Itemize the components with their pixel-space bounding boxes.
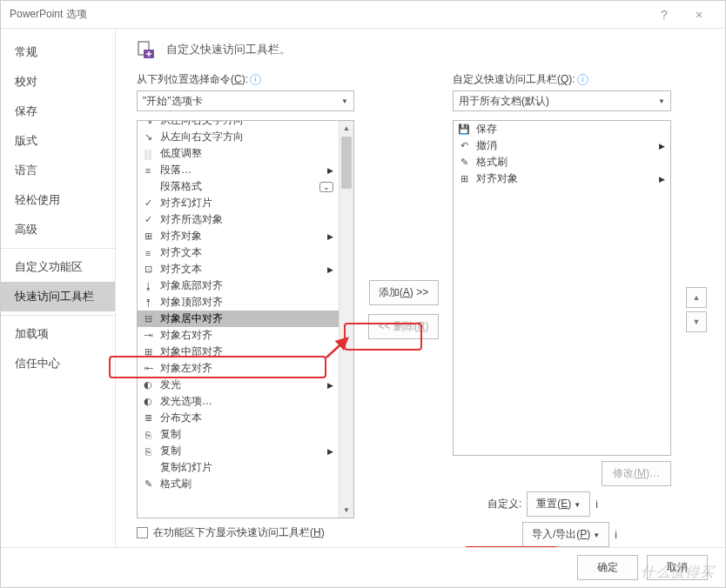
info-icon[interactable]: i	[595, 498, 598, 511]
command-label: 复制	[160, 444, 322, 458]
list-item[interactable]: ↶撤消▶	[454, 137, 670, 154]
list-item[interactable]: ⭲对象右对齐	[138, 327, 339, 344]
add-button[interactable]: 添加(A) >>	[369, 280, 439, 305]
list-item[interactable]: 💾保存	[454, 121, 670, 137]
list-item[interactable]: ◐发光▶	[138, 377, 339, 393]
panel-header: 自定义快速访问工具栏。	[137, 39, 709, 60]
list-item[interactable]: ↘从左向右文字方向	[138, 129, 339, 145]
available-commands-list[interactable]: ↘从左向右文字方向↘从左向右文字方向░低度调整≡段落…▶段落格式⌄✓对齐幻灯片✓…	[137, 120, 354, 518]
list-item[interactable]: 段落格式⌄	[138, 178, 339, 195]
sidebar-item[interactable]: 常规	[1, 37, 115, 67]
info-icon[interactable]: i	[250, 74, 261, 85]
command-icon: ↘	[141, 121, 155, 128]
close-button[interactable]: ×	[682, 8, 716, 22]
command-label: 发光选项…	[160, 394, 335, 409]
customize-label: 自定义:	[487, 497, 521, 511]
command-label: 撤消	[476, 138, 654, 153]
scroll-down-icon[interactable]: ▼	[339, 503, 353, 518]
list-item[interactable]: ⭱对象顶部对齐	[138, 294, 339, 311]
list-item[interactable]: ⭰对象左对齐	[138, 360, 339, 377]
info-icon[interactable]: i	[577, 74, 588, 85]
list-item[interactable]: ⎘复制	[138, 426, 339, 443]
sidebar-item[interactable]: 自定义功能区	[1, 252, 115, 282]
dialog-launcher-icon: ⌄	[319, 182, 333, 192]
scroll-up-icon[interactable]: ▲	[339, 121, 353, 136]
list-item[interactable]: ✎格式刷	[138, 476, 339, 492]
sidebar-item[interactable]: 加载项	[1, 319, 115, 349]
panel-title: 自定义快速访问工具栏。	[166, 42, 291, 57]
list-item[interactable]: ≣分布文本	[138, 410, 339, 426]
list-item[interactable]: ✓对齐所选对象	[138, 211, 339, 228]
qat-commands-list[interactable]: 💾保存↶撤消▶✎格式刷⊞对齐对象▶	[453, 120, 671, 456]
list-item[interactable]: ░低度调整	[138, 145, 339, 162]
list-item[interactable]: ⭳对象底部对齐	[138, 277, 339, 294]
sidebar-item[interactable]: 快速访问工具栏	[1, 282, 115, 311]
import-export-button[interactable]: 导入/导出(P)▼	[522, 522, 609, 547]
reset-button[interactable]: 重置(E)▼	[527, 491, 590, 517]
command-icon: ⭱	[141, 296, 155, 310]
qat-label: 自定义快速访问工具栏(Q):i	[453, 72, 671, 87]
info-icon[interactable]: i	[615, 529, 617, 541]
show-below-row: 在功能区下方显示快速访问工具栏(H)	[137, 518, 354, 547]
submenu-icon: ▶	[659, 175, 665, 184]
scrollbar[interactable]: ▲ ▼	[339, 121, 353, 518]
list-item[interactable]: ✎格式刷	[454, 154, 670, 170]
command-icon: ✎	[457, 156, 471, 170]
add-remove-column: 添加(A) >> << 删除(R)	[366, 72, 440, 547]
list-item[interactable]: ≡段落…▶	[138, 162, 339, 178]
remove-button[interactable]: << 删除(R)	[368, 314, 438, 339]
command-icon: ⭳	[141, 279, 155, 293]
show-below-checkbox[interactable]	[137, 527, 148, 538]
scroll-thumb[interactable]	[341, 137, 352, 189]
list-item[interactable]: 复制幻灯片	[138, 459, 339, 476]
move-down-button[interactable]: ▼	[686, 311, 707, 332]
sidebar-item[interactable]: 高级	[1, 215, 115, 244]
command-label: 对象左对齐	[160, 361, 335, 376]
sidebar-item[interactable]: 版式	[1, 126, 115, 156]
sidebar-item[interactable]: 语言	[1, 156, 115, 185]
command-icon: ✎	[141, 478, 155, 491]
list-item[interactable]: ≡对齐文本	[138, 244, 339, 261]
submenu-icon: ▶	[327, 166, 333, 175]
command-label: 段落格式	[160, 179, 314, 194]
help-button[interactable]: ?	[647, 8, 682, 22]
qat-scope-combo[interactable]: 用于所有文档(默认) ▼	[453, 90, 671, 111]
sidebar-item[interactable]: 保存	[1, 97, 115, 126]
command-label: 格式刷	[476, 155, 667, 170]
list-item[interactable]: ↘从左向右文字方向	[138, 121, 339, 129]
cancel-button[interactable]: 取消	[647, 555, 708, 580]
main-panel: 自定义快速访问工具栏。 从下列位置选择命令(C):i "开始"选项卡 ▼ ↘从左…	[116, 29, 725, 547]
modify-button[interactable]: 修改(M)…	[602, 461, 671, 486]
ok-button[interactable]: 确定	[577, 555, 638, 580]
command-label: 格式刷	[160, 477, 335, 491]
list-item[interactable]: ✓对齐幻灯片	[138, 195, 339, 211]
sidebar-item[interactable]: 校对	[1, 67, 115, 97]
command-label: 对象中部对齐	[160, 344, 335, 359]
choose-from-combo[interactable]: "开始"选项卡 ▼	[137, 90, 354, 111]
command-icon	[141, 461, 155, 475]
command-label: 发光	[160, 378, 322, 392]
list-item[interactable]: ⊞对齐对象▶	[138, 228, 339, 244]
command-label: 分布文本	[160, 411, 335, 425]
show-below-label: 在功能区下方显示快速访问工具栏(H)	[153, 525, 325, 540]
qat-icon	[137, 39, 158, 60]
command-icon: ⊞	[457, 172, 471, 186]
command-icon: ⭰	[141, 362, 155, 376]
command-label: 对齐幻灯片	[160, 196, 335, 210]
command-icon: ⊞	[141, 345, 155, 359]
list-item[interactable]: ◐发光选项…	[138, 393, 339, 410]
command-label: 对齐所选对象	[160, 212, 335, 227]
command-icon: 💾	[457, 123, 471, 137]
sidebar-item[interactable]: 轻松使用	[1, 185, 115, 215]
move-up-button[interactable]: ▲	[686, 287, 707, 308]
dialog-footer: 确定 取消 什么值得买	[1, 547, 725, 587]
list-item[interactable]: ⊟对象居中对齐	[138, 311, 339, 327]
sidebar-item[interactable]: 信任中心	[1, 349, 115, 378]
list-item[interactable]: ⊞对齐对象▶	[454, 170, 670, 187]
command-icon: ⊡	[141, 263, 155, 277]
separator	[1, 248, 115, 249]
list-item[interactable]: ⊡对齐文本▶	[138, 261, 339, 277]
list-item[interactable]: ⊞对象中部对齐	[138, 344, 339, 360]
list-item[interactable]: ⎘复制▶	[138, 443, 339, 459]
command-icon: ≣	[141, 411, 155, 425]
